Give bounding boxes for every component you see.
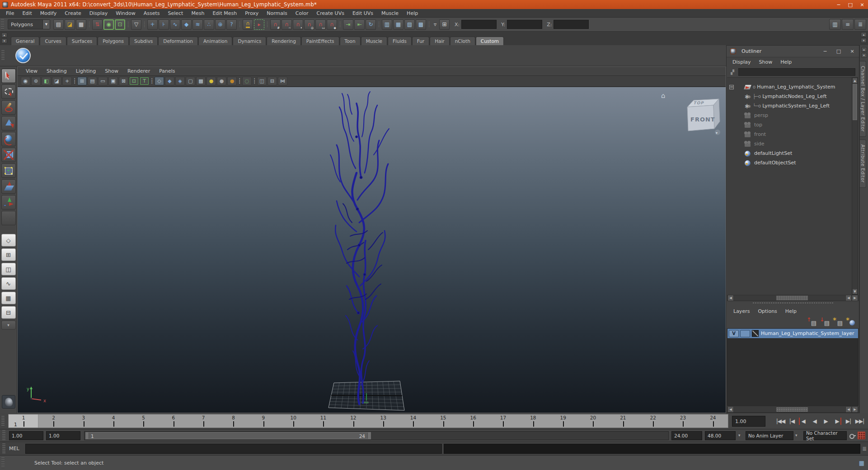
- display-layer-list[interactable]: V Human_Leg_Lymphatic_System_layer: [727, 328, 859, 406]
- separator[interactable]: ┊: [142, 19, 146, 30]
- safe-action-icon[interactable]: ⊡: [129, 77, 139, 85]
- scrollbar-thumb[interactable]: [776, 407, 808, 412]
- lighting-flat-icon[interactable]: ●: [227, 77, 237, 85]
- tab-attribute-editor[interactable]: Attribute Editor: [860, 140, 866, 188]
- separator[interactable]: ┊: [238, 77, 241, 85]
- play-backwards-button[interactable]: ◀: [809, 415, 820, 427]
- viewport-menu-item[interactable]: Show: [100, 67, 123, 75]
- select-handles-mask-icon[interactable]: +: [147, 19, 158, 30]
- frame-tick[interactable]: 14: [398, 414, 428, 428]
- selection-mask-menu-icon[interactable]: ▽: [131, 19, 141, 30]
- range-start-handle[interactable]: [86, 433, 89, 439]
- frame-tick[interactable]: 23: [668, 414, 698, 428]
- separator[interactable]: ┊: [265, 19, 269, 30]
- select-by-object-icon[interactable]: ◉: [103, 19, 114, 30]
- frame-tick[interactable]: 4: [99, 414, 128, 428]
- snap-to-curves-icon[interactable]: ∩~: [282, 19, 292, 30]
- frame-tick[interactable]: 16: [458, 414, 488, 428]
- layer-color-swatch[interactable]: [752, 330, 759, 337]
- frame-tick[interactable]: 15: [428, 414, 458, 428]
- tab-channel-box-layer-editor[interactable]: Channel Box / Layer Editor: [860, 61, 866, 137]
- camera-attributes-icon[interactable]: ⊚: [31, 77, 41, 85]
- menu-item[interactable]: Edit Mesh: [208, 9, 241, 18]
- playback-range-bar[interactable]: 1 24: [85, 432, 371, 439]
- single-pane-layout-button[interactable]: ◇: [1, 234, 16, 247]
- smooth-shade-all-icon[interactable]: ◆: [165, 77, 174, 85]
- wireframe-on-shaded-icon[interactable]: ◫: [257, 77, 267, 85]
- command-language-label[interactable]: MEL: [9, 446, 19, 451]
- outliner-search-input[interactable]: [738, 68, 855, 76]
- snap-to-grids-icon[interactable]: ∩#: [270, 19, 281, 30]
- frame-tick[interactable]: 24: [698, 414, 728, 428]
- field-chart-icon[interactable]: ⊠: [119, 77, 128, 85]
- outliner-item[interactable]: defaultLightSet: [727, 149, 852, 158]
- shelf-menu-up-icon[interactable]: ▴: [861, 32, 867, 37]
- layers-menu-item[interactable]: Help: [781, 307, 801, 316]
- window-maximize-button[interactable]: □: [845, 0, 856, 9]
- command-line-grip[interactable]: [2, 443, 5, 454]
- frame-tick[interactable]: 13: [368, 414, 398, 428]
- frame-tick[interactable]: 9: [249, 414, 278, 428]
- custom-shelf-item-icon[interactable]: [15, 48, 31, 63]
- playback-end-field[interactable]: 24.00: [671, 431, 702, 440]
- expand-toggle-icon[interactable]: [729, 113, 734, 118]
- outliner-item[interactable]: ├─o LymphaticNodes_Leg_Left: [727, 92, 852, 101]
- frame-tick[interactable]: 3: [69, 414, 99, 428]
- shelf-tab[interactable]: PaintEffects: [301, 37, 339, 45]
- persp-trax-layout-button[interactable]: ⊟: [1, 306, 16, 319]
- 2d-pan-zoom-icon[interactable]: +: [62, 77, 72, 85]
- menu-item[interactable]: Color: [291, 9, 313, 18]
- show-modeling-toolkit-icon[interactable]: ▥: [829, 19, 841, 30]
- persp-outliner-layout-button[interactable]: ◫: [1, 263, 16, 275]
- separator[interactable]: ┊: [377, 19, 381, 30]
- time-slider[interactable]: 1 12345678910111213141516171819202122232…: [8, 414, 728, 428]
- shelf-tab[interactable]: Fur: [412, 37, 429, 45]
- film-gate-icon[interactable]: ▤: [88, 77, 97, 85]
- expand-toggle-icon[interactable]: −: [729, 85, 734, 89]
- shelf-tab[interactable]: Muscle: [361, 37, 387, 45]
- frame-tick[interactable]: 10: [278, 414, 308, 428]
- select-camera-icon[interactable]: ◉: [21, 77, 30, 85]
- last-tool-slot[interactable]: [1, 211, 16, 225]
- viewport-menu-item[interactable]: View: [21, 67, 42, 75]
- viewport-menu-item[interactable]: Panels: [155, 67, 179, 75]
- step-back-key-button[interactable]: ◀: [798, 415, 809, 427]
- range-slider-grip[interactable]: [2, 430, 5, 441]
- anim-layer-dropdown[interactable]: No Anim Layer: [746, 431, 793, 440]
- scroll-left-icon[interactable]: ◀: [727, 407, 734, 412]
- snap-to-projected-center-icon[interactable]: ∩◎: [304, 19, 314, 30]
- new-scene-icon[interactable]: ▤: [53, 19, 64, 30]
- animation-start-field[interactable]: 1.00: [9, 431, 43, 440]
- gate-mask-icon[interactable]: ▣: [108, 77, 118, 85]
- outliner-close-button[interactable]: ×: [845, 47, 859, 56]
- input-connections-icon[interactable]: ⇥: [343, 19, 353, 30]
- separator[interactable]: ┊: [338, 19, 342, 30]
- command-result-field[interactable]: [444, 444, 860, 454]
- separator[interactable]: ┊: [150, 77, 154, 85]
- menu-item[interactable]: Display: [85, 9, 112, 18]
- outliner-item[interactable]: defaultObjectSet: [727, 158, 852, 168]
- current-time-field[interactable]: 1.00: [732, 416, 765, 427]
- shelf-tab[interactable]: Rendering: [267, 37, 301, 45]
- layers-menu-item[interactable]: Layers: [729, 307, 754, 316]
- frame-tick[interactable]: 11: [308, 414, 338, 428]
- isolate-select-icon[interactable]: ◌: [242, 77, 252, 85]
- play-forward-button[interactable]: ▶: [820, 415, 831, 427]
- create-empty-layer-icon[interactable]: [832, 316, 843, 326]
- four-pane-layout-button[interactable]: ⊞: [1, 248, 16, 261]
- separator[interactable]: ┊: [73, 77, 76, 85]
- dock-scroll-up-icon[interactable]: ▴: [861, 47, 867, 52]
- scroll-up-icon[interactable]: ▲: [852, 78, 858, 84]
- shelf-tab-cycle-up-icon[interactable]: ▴: [1, 33, 7, 37]
- step-forward-key-button[interactable]: ▶: [831, 415, 843, 427]
- frame-tick[interactable]: 17: [488, 414, 518, 428]
- outliner-minimize-button[interactable]: ─: [818, 47, 832, 56]
- shelf-grip[interactable]: [1, 50, 5, 61]
- animation-end-field[interactable]: 48.00: [705, 431, 736, 440]
- frame-tick[interactable]: 7: [188, 414, 218, 428]
- select-tool[interactable]: [1, 69, 16, 83]
- safe-title-icon[interactable]: T: [140, 77, 149, 85]
- frame-tick[interactable]: 2: [38, 414, 68, 428]
- lighting-default-icon[interactable]: ●: [217, 77, 226, 85]
- viewport-menu-item[interactable]: Lighting: [71, 67, 100, 75]
